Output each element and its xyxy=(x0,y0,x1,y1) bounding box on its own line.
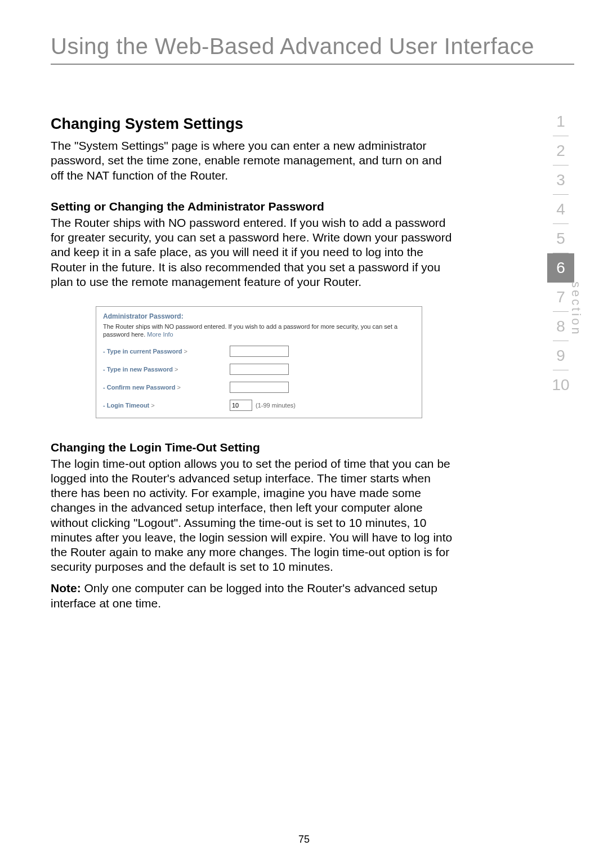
section-nav-1[interactable]: 1 xyxy=(547,107,574,136)
timeout-unit: (1-99 minutes) xyxy=(256,402,296,409)
main-content: Changing System Settings The "System Set… xyxy=(51,115,456,611)
section-nav-3[interactable]: 3 xyxy=(547,165,574,195)
confirm-password-input[interactable] xyxy=(230,382,289,393)
section-nav: 1 2 3 4 5 6 7 8 9 10 xyxy=(547,107,574,400)
current-password-input[interactable] xyxy=(230,346,289,357)
label-text: - Type in new Password xyxy=(103,366,175,373)
heading-admin-password: Setting or Changing the Administrator Pa… xyxy=(51,200,456,213)
note-text: Only one computer can be logged into the… xyxy=(51,581,437,610)
login-timeout-paragraph: The login time-out option allows you to … xyxy=(51,457,456,575)
note-paragraph: Note: Only one computer can be logged in… xyxy=(51,580,456,611)
section-nav-9[interactable]: 9 xyxy=(547,341,574,370)
new-password-input[interactable] xyxy=(230,364,289,375)
note-label: Note: xyxy=(51,581,81,594)
admin-password-paragraph: The Router ships with NO password entere… xyxy=(51,216,456,289)
login-timeout-row: - Login Timeout > (1-99 minutes) xyxy=(103,400,415,411)
panel-title: Administrator Password: xyxy=(103,312,415,320)
section-nav-4[interactable]: 4 xyxy=(547,195,574,224)
admin-password-panel: Administrator Password: The Router ships… xyxy=(96,306,422,418)
section-nav-6[interactable]: 6 xyxy=(547,253,574,283)
login-timeout-input[interactable] xyxy=(230,400,252,411)
new-password-label: - Type in new Password > xyxy=(103,366,230,373)
section-nav-2[interactable]: 2 xyxy=(547,136,574,165)
confirm-password-row: - Confirm new Password > xyxy=(103,382,415,393)
login-timeout-label: - Login Timeout > xyxy=(103,402,230,409)
current-password-row: - Type in current Password > xyxy=(103,346,415,357)
section-label: section xyxy=(569,281,583,337)
new-password-row: - Type in new Password > xyxy=(103,364,415,375)
heading-changing-system-settings: Changing System Settings xyxy=(51,115,456,133)
label-text: - Type in current Password xyxy=(103,348,184,355)
label-text: - Confirm new Password xyxy=(103,384,177,391)
more-info-link[interactable]: More Info xyxy=(147,331,173,338)
current-password-label: - Type in current Password > xyxy=(103,348,230,355)
section-nav-10[interactable]: 10 xyxy=(547,370,574,400)
section-nav-5[interactable]: 5 xyxy=(547,224,574,253)
intro-paragraph: The "System Settings" page is where you … xyxy=(51,138,456,183)
confirm-password-label: - Confirm new Password > xyxy=(103,384,230,391)
chevron-icon: > xyxy=(177,384,180,391)
chevron-icon: > xyxy=(184,348,187,355)
heading-login-timeout: Changing the Login Time-Out Setting xyxy=(51,441,456,454)
chevron-icon: > xyxy=(175,366,178,373)
panel-description: The Router ships with NO password entere… xyxy=(103,323,415,339)
chevron-icon: > xyxy=(151,402,154,409)
page-number: 75 xyxy=(0,834,608,845)
page-title: Using the Web-Based Advanced User Interf… xyxy=(51,34,574,65)
label-text: - Login Timeout xyxy=(103,402,151,409)
